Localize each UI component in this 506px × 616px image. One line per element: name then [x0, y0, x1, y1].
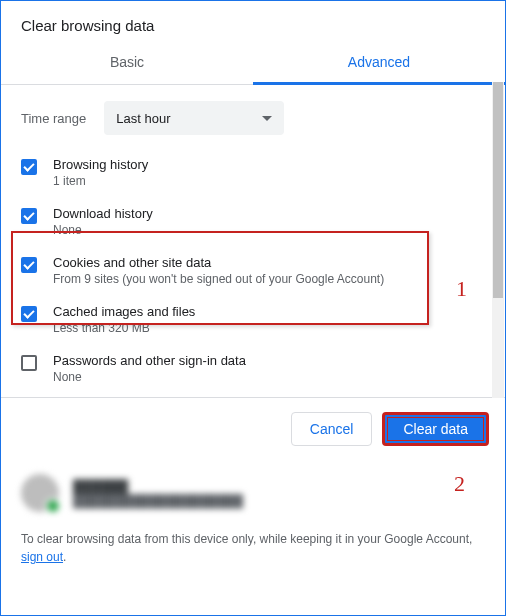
checkbox-cookies[interactable]	[21, 257, 37, 273]
dialog-title: Clear browsing data	[1, 1, 505, 42]
annotation-number-1: 1	[456, 276, 467, 302]
item-sub: None	[53, 223, 485, 237]
list-item: Cached images and files Less than 320 MB	[21, 304, 485, 335]
checkbox-download-history[interactable]	[21, 208, 37, 224]
item-label: Browsing history	[53, 157, 485, 172]
disclaimer: To clear browsing data from this device …	[1, 526, 505, 586]
item-sub: From 9 sites (you won't be signed out of…	[53, 272, 485, 286]
list-item: Download history None	[21, 206, 485, 237]
list-item: Browsing history 1 item	[21, 157, 485, 188]
time-range-select[interactable]: Last hour	[104, 101, 284, 135]
account-text: ██████ ████████████████████	[73, 479, 243, 508]
disclaimer-text: To clear browsing data from this device …	[21, 532, 472, 546]
item-sub: Less than 320 MB	[53, 321, 485, 335]
time-range-label: Time range	[21, 111, 86, 126]
sign-out-link[interactable]: sign out	[21, 550, 63, 564]
account-name: ██████	[73, 479, 243, 494]
footer-actions: Cancel Clear data	[1, 397, 505, 460]
time-range-value: Last hour	[116, 111, 170, 126]
checkbox-browsing-history[interactable]	[21, 159, 37, 175]
item-label: Download history	[53, 206, 485, 221]
item-text: Passwords and other sign-in data None	[53, 353, 485, 384]
item-label: Cached images and files	[53, 304, 485, 319]
clear-data-button[interactable]: Clear data	[382, 412, 489, 446]
item-text: Browsing history 1 item	[53, 157, 485, 188]
account-email: ████████████████████	[73, 494, 243, 508]
item-text: Cached images and files Less than 320 MB	[53, 304, 485, 335]
item-sub: 1 item	[53, 174, 485, 188]
tab-basic[interactable]: Basic	[1, 42, 253, 84]
checkbox-cached[interactable]	[21, 306, 37, 322]
account-section: ██████ ████████████████████	[1, 460, 505, 526]
checkbox-passwords[interactable]	[21, 355, 37, 371]
item-label: Passwords and other sign-in data	[53, 353, 485, 368]
tab-advanced[interactable]: Advanced	[253, 42, 505, 85]
chevron-down-icon	[262, 116, 272, 126]
avatar	[21, 474, 59, 512]
item-sub: None	[53, 370, 485, 384]
list-item: Cookies and other site data From 9 sites…	[21, 255, 485, 286]
item-text: Download history None	[53, 206, 485, 237]
annotation-number-2: 2	[454, 471, 465, 497]
cancel-button[interactable]: Cancel	[291, 412, 373, 446]
item-label: Cookies and other site data	[53, 255, 485, 270]
content-area: Time range Last hour Browsing history 1 …	[1, 85, 505, 397]
time-range-row: Time range Last hour	[21, 101, 485, 135]
tabs: Basic Advanced	[1, 42, 505, 85]
item-text: Cookies and other site data From 9 sites…	[53, 255, 485, 286]
list-item: Passwords and other sign-in data None	[21, 353, 485, 384]
